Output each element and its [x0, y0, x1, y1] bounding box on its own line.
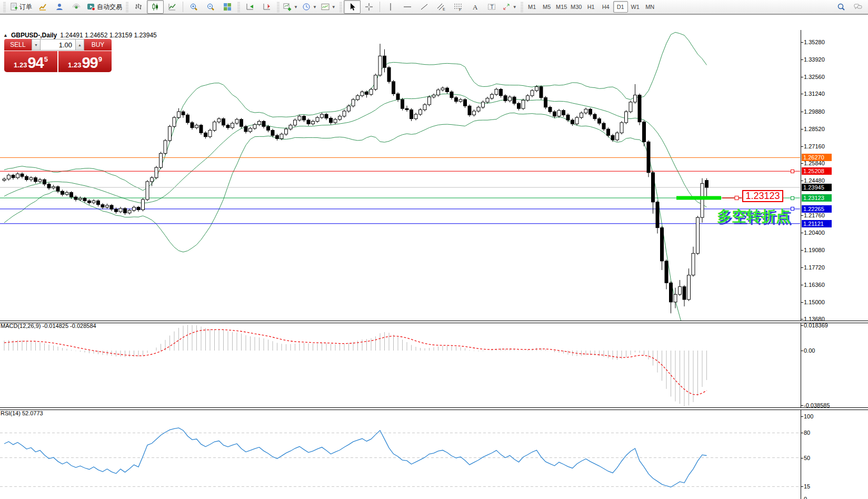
new-order-button[interactable]: 订单 — [7, 0, 34, 14]
timeframe-m1-button[interactable]: M1 — [525, 1, 540, 13]
timeframe-m5-button[interactable]: M5 — [540, 1, 554, 13]
turning-point-annotation[interactable]: 多空转折点 — [717, 206, 791, 226]
periods-button[interactable]: ▼ — [300, 0, 319, 14]
volume-input[interactable] — [41, 39, 75, 51]
candle-body — [491, 94, 494, 98]
candle-body — [378, 56, 382, 75]
candle-body — [110, 205, 113, 209]
one-click-collapse-icon[interactable]: ▲ — [3, 33, 8, 38]
candle-body — [56, 187, 59, 192]
candle-body — [701, 184, 704, 218]
rsi-axis-label: 15 — [804, 483, 810, 490]
chevron-down-icon[interactable]: ▼ — [294, 5, 298, 9]
price-level-label-1.25208: 1.25208 — [802, 167, 832, 175]
candlestick-chart[interactable] — [0, 15, 868, 499]
buy-price-button[interactable]: 1.23 99 9 — [58, 51, 112, 72]
timeframe-h4-button[interactable]: H4 — [598, 1, 613, 13]
horizontal-line-button[interactable] — [399, 0, 416, 14]
indicators-button[interactable]: ▼ — [319, 0, 338, 14]
channel-button[interactable]: E — [433, 0, 450, 14]
candle-body — [83, 198, 86, 201]
hline-handle[interactable] — [791, 196, 794, 200]
candle-body — [692, 253, 695, 275]
volume-down-button[interactable]: ▼ — [32, 39, 41, 51]
bollinger-lower-band[interactable] — [4, 113, 707, 351]
sell-price-button[interactable]: 1.23 94 5 — [4, 51, 57, 72]
candle-body — [115, 209, 118, 212]
tile-windows-button[interactable] — [219, 0, 236, 14]
flag-connector-handle[interactable] — [735, 196, 739, 200]
search-button[interactable] — [833, 0, 850, 14]
timeframe-m30-button[interactable]: M30 — [569, 1, 584, 13]
chat-button[interactable] — [850, 0, 866, 14]
timeframe-mn-button[interactable]: MN — [643, 1, 657, 13]
new-chart-button[interactable]: ▼ — [281, 0, 300, 14]
timeframe-m15-button[interactable]: M15 — [554, 1, 569, 13]
candle-body — [392, 82, 395, 94]
price-tick-label: 1.29880 — [804, 108, 825, 115]
chevron-down-icon[interactable]: ▼ — [313, 5, 317, 9]
candle-chart-button[interactable] — [147, 0, 164, 14]
candle-body — [168, 126, 172, 141]
autotrading-button[interactable]: 自动交易 — [85, 0, 124, 14]
candle-body — [343, 111, 346, 116]
pane-separator-macd[interactable] — [0, 321, 868, 323]
auto-scroll-button[interactable] — [242, 0, 258, 14]
text-button[interactable]: A — [466, 0, 483, 14]
bar-chart-icon — [134, 3, 143, 11]
one-click-trade-panel: SELL ▼ ▲ BUY 1.23 94 5 1.23 99 9 — [4, 39, 112, 72]
buy-price-small: 1.23 — [68, 61, 81, 69]
chevron-down-icon[interactable]: ▼ — [332, 5, 336, 9]
timeframe-d1-button[interactable]: D1 — [613, 1, 628, 13]
candle-body — [226, 125, 230, 128]
vertical-line-button[interactable] — [382, 0, 399, 14]
chart-symbol-period: GBPUSD-,Daily — [11, 32, 57, 39]
chart-shift-button[interactable] — [258, 0, 275, 14]
candle-body — [500, 89, 503, 96]
navigator-icon — [72, 3, 81, 11]
sell-button[interactable]: SELL — [4, 39, 32, 51]
candle-body — [124, 208, 127, 213]
bar-chart-button[interactable] — [130, 0, 147, 14]
candle-body — [267, 126, 270, 130]
market-watch-button[interactable] — [34, 0, 51, 14]
indicators-icon — [321, 3, 330, 11]
candle-body — [522, 100, 525, 108]
data-window-button[interactable] — [51, 0, 68, 14]
pane-separator-rsi[interactable] — [0, 407, 868, 410]
candle-body — [321, 114, 324, 117]
main-pane[interactable] — [0, 32, 800, 350]
buy-button[interactable]: BUY — [84, 39, 112, 51]
candle-body — [155, 167, 158, 177]
fibonacci-button[interactable]: F — [450, 0, 466, 14]
price-flag-label[interactable]: 1.23123 — [742, 190, 783, 202]
trendline-button[interactable] — [416, 0, 433, 14]
candle-body — [294, 120, 297, 125]
candle-body — [566, 115, 570, 120]
hline-handle[interactable] — [791, 207, 794, 211]
toolbar: 订单自动交易▼▼▼EFAT▼M1M5M15M30H1H4D1W1MN — [0, 0, 868, 15]
chart-window: ▲ GBPUSD-,Daily 1.24491 1.24652 1.23159 … — [0, 15, 868, 499]
macd-pane[interactable] — [4, 325, 707, 406]
zoom-out-button[interactable] — [202, 0, 219, 14]
timeframe-w1-button[interactable]: W1 — [628, 1, 643, 13]
arrows-button[interactable]: ▼ — [500, 0, 519, 14]
bollinger-middle-band[interactable] — [4, 94, 707, 207]
candle-body — [656, 202, 659, 228]
hline-handle[interactable] — [791, 169, 794, 173]
text-label-button[interactable]: T — [483, 0, 500, 14]
crosshair-button[interactable] — [361, 0, 377, 14]
volume-up-button[interactable]: ▲ — [75, 39, 84, 51]
navigator-button[interactable] — [68, 0, 85, 14]
cursor-button[interactable] — [344, 0, 361, 14]
candle-body — [495, 89, 498, 95]
rsi-pane[interactable] — [0, 428, 800, 487]
candle-body — [303, 116, 306, 120]
price-tick-label: 1.24480 — [804, 177, 825, 184]
candle-body — [182, 112, 185, 115]
chevron-down-icon[interactable]: ▼ — [513, 5, 517, 9]
timeframe-h1-button[interactable]: H1 — [584, 1, 598, 13]
candle-body — [526, 96, 530, 101]
zoom-in-button[interactable] — [185, 0, 202, 14]
line-chart-button[interactable] — [164, 0, 181, 14]
